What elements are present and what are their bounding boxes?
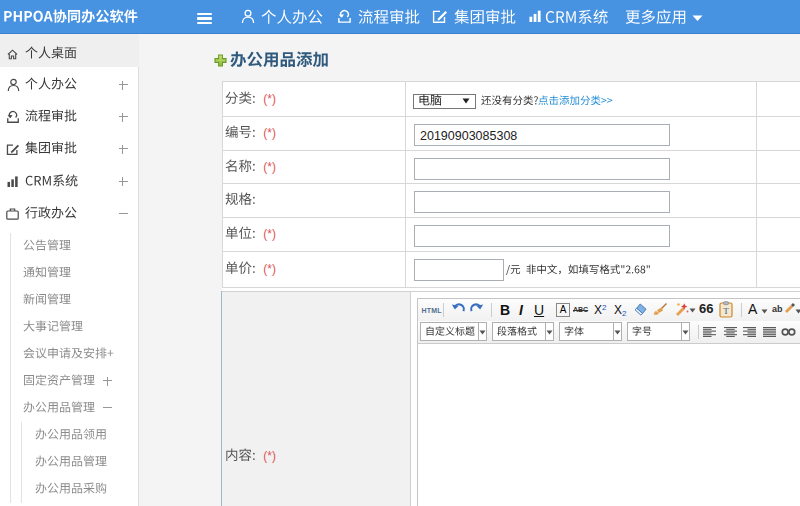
svg-text:T: T: [723, 306, 729, 316]
